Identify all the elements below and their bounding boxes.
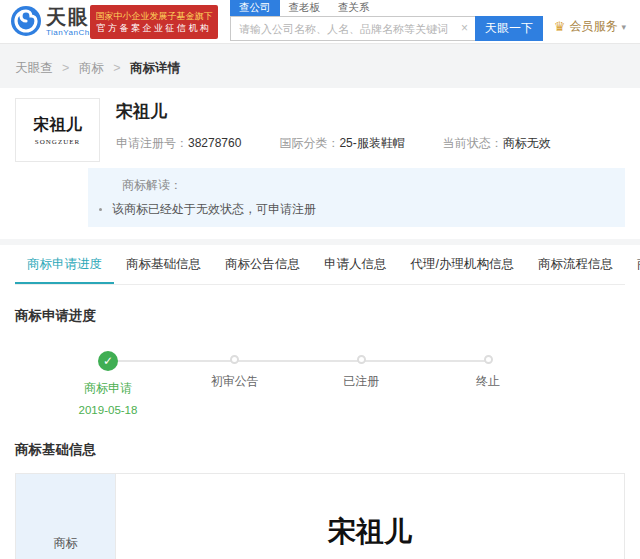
field-registration-number: 申请注册号：38278760 <box>116 135 241 152</box>
breadcrumb-separator: > <box>62 61 69 75</box>
search-tab-boss[interactable]: 查老板 <box>280 0 330 16</box>
tab-application-progress[interactable]: 商标申请进度 <box>15 245 114 284</box>
step-application: ✓ 商标申请 2019-05-18 <box>48 351 168 416</box>
empty-circle-icon <box>484 355 493 364</box>
trademark-image-text: 宋祖儿 <box>328 513 412 551</box>
empty-circle-icon <box>357 355 366 364</box>
clear-input-icon[interactable]: × <box>461 21 468 35</box>
search-tab-company[interactable]: 查公司 <box>230 0 280 16</box>
field-international-class: 国际分类：25-服装鞋帽 <box>279 135 404 152</box>
empty-circle-icon <box>230 355 239 364</box>
field-label: 当前状态： <box>443 136 503 150</box>
step-date: 2019-05-18 <box>48 404 168 416</box>
detail-tabs: 商标申请进度 商标基础信息 商标公告信息 申请人信息 代理/办理机构信息 商标流… <box>15 245 625 285</box>
step-label: 初审公告 <box>175 373 295 390</box>
breadcrumb: 天眼查 > 商标 > 商标详情 <box>0 44 640 88</box>
gov-certification-badge: 国家中小企业发展子基金旗下 官方备案企业征信机构 <box>90 5 218 39</box>
search-button[interactable]: 天眼一下 <box>475 16 543 41</box>
breadcrumb-trademark[interactable]: 商标 <box>79 61 104 75</box>
tab-announcement-info[interactable]: 商标公告信息 <box>213 245 312 284</box>
step-terminated: 终止 <box>428 351 548 390</box>
trademark-summary-card: 宋祖儿 SONGZUER 宋祖儿 申请注册号：38278760 国际分类：25-… <box>15 88 625 239</box>
tianyancha-eye-icon <box>10 5 42 37</box>
chevron-down-icon: ▾ <box>621 22 626 32</box>
breadcrumb-home[interactable]: 天眼查 <box>15 61 53 75</box>
step-label: 终止 <box>428 373 548 390</box>
search-area: 查公司 查老板 查关系 × 天眼一下 <box>230 0 543 41</box>
step-preliminary-announcement: 初审公告 <box>175 351 295 390</box>
progress-section-title: 商标申请进度 <box>15 307 625 325</box>
badge-line2: 官方备案企业征信机构 <box>97 22 212 34</box>
tab-applicant-info[interactable]: 申请人信息 <box>312 245 399 284</box>
field-current-status: 当前状态：商标无效 <box>443 135 551 152</box>
tab-agency-info[interactable]: 代理/办理机构信息 <box>399 245 526 284</box>
site-header: 天眼查 TianYanCha.com 国家中小企业发展子基金旗下 官方备案企业征… <box>0 0 640 44</box>
tab-process-info[interactable]: 商标流程信息 <box>526 245 625 284</box>
search-tabs: 查公司 查老板 查关系 <box>230 0 543 16</box>
interpretation-item: 该商标已经处于无效状态，可申请注册 <box>112 201 615 217</box>
trademark-interpretation-box: 商标解读： 该商标已经处于无效状态，可申请注册 <box>88 168 625 227</box>
step-registered: 已注册 <box>301 351 421 390</box>
field-value: 商标无效 <box>503 136 551 150</box>
basic-info-section: 商标基础信息 商标 宋祖儿 SONGZUER <box>15 431 625 559</box>
basic-info-table: 商标 宋祖儿 SONGZUER <box>15 473 625 559</box>
field-value: 38278760 <box>188 136 241 150</box>
main-content: 宋祖儿 SONGZUER 宋祖儿 申请注册号：38278760 国际分类：25-… <box>0 88 640 559</box>
trademark-thumb-text: 宋祖儿 <box>34 115 82 136</box>
search-tab-relation[interactable]: 查关系 <box>329 0 379 16</box>
progress-stepper: ✓ 商标申请 2019-05-18 初审公告 已注册 终止 <box>108 351 488 425</box>
trademark-thumb-subtext: SONGZUER <box>35 138 80 146</box>
check-circle-icon: ✓ <box>98 351 118 371</box>
tab-goods-services[interactable]: 商品/服务项目 <box>625 245 640 284</box>
vip-services-menu[interactable]: ♛ 会员服务 ▾ <box>554 18 626 35</box>
table-row-label: 商标 <box>16 474 116 559</box>
tab-basic-info[interactable]: 商标基础信息 <box>114 245 213 284</box>
trademark-image-cell: 宋祖儿 SONGZUER <box>116 474 624 559</box>
trademark-fields: 申请注册号：38278760 国际分类：25-服装鞋帽 当前状态：商标无效 <box>116 135 625 152</box>
trademark-thumbnail: 宋祖儿 SONGZUER <box>15 98 100 162</box>
badge-line1: 国家中小企业发展子基金旗下 <box>96 10 213 22</box>
crown-icon: ♛ <box>554 19 566 34</box>
page-title: 宋祖儿 <box>116 100 625 123</box>
search-input[interactable] <box>230 16 475 41</box>
interpretation-title: 商标解读： <box>96 177 615 194</box>
field-value: 25-服装鞋帽 <box>339 136 404 150</box>
vip-label: 会员服务 <box>569 18 617 35</box>
basic-info-title: 商标基础信息 <box>15 441 625 459</box>
step-label: 已注册 <box>301 373 421 390</box>
field-label: 申请注册号： <box>116 136 188 150</box>
application-progress-section: 商标申请进度 ✓ 商标申请 2019-05-18 初审公告 已注册 终止 <box>15 285 625 425</box>
breadcrumb-separator: > <box>113 61 120 75</box>
breadcrumb-current: 商标详情 <box>130 61 180 75</box>
field-label: 国际分类： <box>279 136 339 150</box>
step-label: 商标申请 <box>48 380 168 397</box>
